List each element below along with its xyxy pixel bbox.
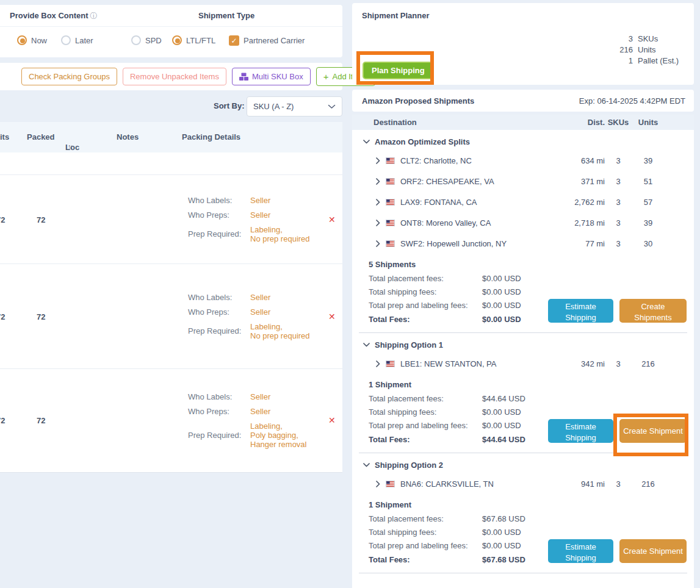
packed-value: 72 (37, 312, 45, 321)
table-row: 72 72 Who Labels: Seller Who Preps: Sell… (0, 175, 342, 264)
units-value: 39 (632, 156, 665, 165)
destination-row[interactable]: BNA6: CLARKSVILLE, TN 941 mi 3 216 (352, 473, 694, 494)
summary-pallets: 1Pallet (Est.) (619, 56, 684, 66)
who-preps-value: Seller (250, 210, 310, 220)
distance-value: 2,718 mi (556, 218, 605, 228)
radio-selected-icon[interactable] (172, 35, 182, 45)
us-flag-icon (386, 178, 395, 185)
chevron-right-icon[interactable] (376, 360, 380, 367)
section-toggle[interactable]: Shipping Option 2 (352, 453, 694, 473)
create-shipment-button[interactable]: Create Shipment (619, 539, 687, 563)
skus-value: 3 (605, 156, 632, 165)
units-column-header: its (0, 132, 9, 142)
remove-row-icon[interactable]: ✕ (328, 415, 336, 425)
chevron-right-icon[interactable] (376, 199, 380, 206)
distance-value: 342 mi (556, 359, 605, 368)
amazon-proposed-shipments-title: Amazon Proposed Shipments (362, 96, 474, 106)
total-fees-label: Total Fees: (369, 435, 482, 444)
us-flag-icon (386, 220, 395, 226)
us-flag-icon (386, 240, 395, 247)
remove-unpacked-items-button[interactable]: Remove Unpacked Items (123, 68, 226, 85)
radio-ltl-label: LTL/FTL (186, 36, 215, 45)
destination-row[interactable]: ONT8: Moreno Valley, CA 2,718 mi 3 39 (352, 212, 694, 233)
us-flag-icon (386, 481, 395, 487)
radio-shipment-spd[interactable]: SPD (131, 35, 162, 45)
info-icon[interactable]: ⓘ (90, 12, 98, 20)
section-toggle[interactable]: Amazon Optimized Splits (352, 130, 694, 150)
destination-row[interactable]: CLT2: Charlotte, NC 634 mi 3 39 (352, 150, 694, 171)
destination-row[interactable]: LAX9: FONTANA, CA 2,762 mi 3 57 (352, 192, 694, 212)
section-title: Shipping Option 1 (375, 340, 443, 350)
skus-value: 3 (605, 198, 632, 207)
amazon-proposed-shipments-card: Amazon Proposed Shipments Exp: 06-14-202… (352, 90, 694, 112)
who-preps-label: Who Preps: (188, 307, 250, 317)
radio-provide-later[interactable]: Later (61, 35, 93, 45)
skus-value: 3 (605, 479, 632, 489)
estimate-shipping-button[interactable]: Estimate Shipping (548, 539, 613, 563)
radio-now-label: Now (31, 36, 47, 45)
create-shipments-button[interactable]: Create Shipments (619, 299, 687, 323)
estimate-shipping-button[interactable]: Estimate Shipping (548, 299, 613, 323)
us-flag-icon (386, 199, 395, 206)
check-packing-groups-button[interactable]: Check Packing Groups (21, 68, 117, 85)
estimate-shipping-button[interactable]: Estimate Shipping (548, 419, 613, 443)
chevron-down-icon[interactable] (363, 463, 370, 467)
chevron-right-icon[interactable] (376, 178, 380, 185)
units-value: 216 (632, 359, 665, 368)
skus-column-header: SKUs (605, 118, 632, 127)
chevron-right-icon[interactable] (376, 240, 380, 247)
destination-name: CLT2: Charlotte, NC (400, 156, 472, 165)
units-value: 39 (632, 218, 665, 228)
section-fees: 5 Shipments Total placement fees:$0.00 U… (352, 260, 694, 324)
chevron-down-icon[interactable] (363, 140, 370, 144)
radio-provide-now[interactable]: Now (17, 35, 47, 45)
units-value: 216 (632, 479, 665, 489)
create-shipment-button[interactable]: Create Shipment (619, 419, 687, 443)
section-title: Shipping Option 2 (375, 461, 443, 470)
destination-row[interactable]: ORF2: CHESAPEAKE, VA 371 mi 3 51 (352, 171, 694, 192)
sort-by-select[interactable]: SKU (A - Z) (247, 96, 342, 117)
packing-details: Who Labels: Seller Who Preps: Seller Pre… (188, 293, 310, 340)
destination-name: BNA6: CLARKSVILLE, TN (400, 479, 494, 489)
packing-details: Who Labels: Seller Who Preps: Seller Pre… (188, 196, 310, 243)
section-amazon-optimized-splits: Amazon Optimized Splits CLT2: Charlotte,… (352, 130, 694, 333)
remove-row-icon[interactable]: ✕ (328, 312, 336, 321)
chevron-down-icon[interactable] (363, 343, 370, 347)
chevron-right-icon[interactable] (376, 220, 380, 226)
section-toggle[interactable]: Shipping Option 1 (352, 333, 694, 353)
who-preps-label: Who Preps: (188, 210, 250, 220)
chevron-right-icon[interactable] (376, 481, 380, 487)
shipment-count: 1 Shipment (369, 500, 694, 509)
chevron-right-icon[interactable] (376, 157, 380, 164)
remove-row-icon[interactable]: ✕ (328, 215, 336, 224)
checkbox-checked-icon[interactable]: ✓ (229, 35, 239, 46)
radio-shipment-ltl-ftl[interactable]: LTL/FTL (172, 35, 215, 45)
pack-table-header: its Packed Loc↑↓ Notes Packing Details (0, 122, 342, 152)
boxes-icon (239, 73, 248, 81)
table-row: 72 72 Who Labels: Seller Who Preps: Sell… (0, 264, 342, 369)
radio-selected-icon[interactable] (17, 35, 27, 45)
shipment-count: 1 Shipment (369, 380, 694, 389)
units-value: 72 (0, 416, 5, 425)
who-labels-value: Seller (250, 392, 307, 401)
who-labels-value: Seller (250, 196, 310, 205)
multi-sku-box-button[interactable]: Multi SKU Box (232, 68, 311, 85)
expiry-timestamp: Exp: 06-14-2025 4:42PM EDT (579, 96, 685, 106)
prep-required-value: Labeling, Poly bagging, Hanger removal (250, 421, 307, 449)
packing-details: Who Labels: Seller Who Preps: Seller Pre… (188, 392, 307, 449)
sort-by-label: Sort By: (214, 101, 245, 110)
destination-row[interactable]: SWF2: Hopewell Junction, NY 77 mi 3 30 (352, 233, 694, 254)
radio-unselected-icon[interactable] (61, 35, 71, 45)
sort-arrows-icon[interactable]: ↑↓ (68, 143, 72, 150)
distance-value: 371 mi (556, 177, 605, 186)
multi-sku-box-label: Multi SKU Box (252, 72, 303, 81)
destination-row[interactable]: LBE1: NEW STANTON, PA 342 mi 3 216 (352, 353, 694, 374)
who-preps-value: Seller (250, 307, 310, 317)
partnered-carrier-checkbox-row[interactable]: ✓ Partnered Carrier (229, 35, 305, 46)
summary-units: 216Units (619, 45, 684, 56)
destination-name: LAX9: FONTANA, CA (400, 198, 477, 207)
radio-unselected-icon[interactable] (131, 35, 141, 45)
packed-value: 72 (37, 416, 45, 425)
pack-table-body: 72 72 Who Labels: Seller Who Preps: Sell… (0, 152, 342, 473)
plan-shipping-button[interactable]: Plan Shipping (363, 62, 434, 79)
